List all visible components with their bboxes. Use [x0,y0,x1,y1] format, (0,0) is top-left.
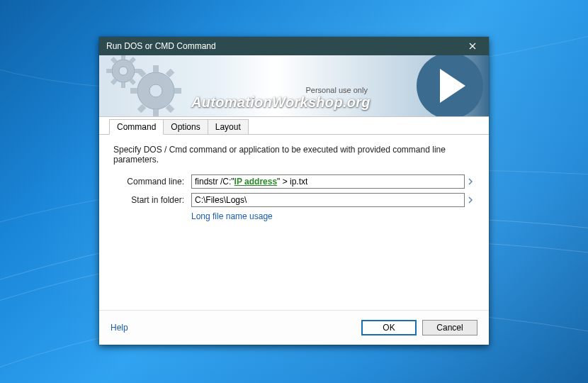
long-file-name-link[interactable]: Long file name usage [191,211,273,221]
svg-point-11 [119,67,128,75]
ok-button[interactable]: OK [361,320,417,335]
chevron-right-icon [468,196,473,204]
titlebar: Run DOS or CMD Command [99,37,489,55]
svg-rect-15 [130,88,137,94]
cancel-button[interactable]: Cancel [422,320,477,335]
branding: Personal use only AutomationWorkshop.org [191,86,371,111]
close-button[interactable] [459,39,486,53]
svg-rect-5 [106,69,112,73]
tab-options[interactable]: Options [163,119,208,134]
start-folder-label: Start in folder: [113,195,184,205]
brand-title: AutomationWorkshop.org [191,94,371,111]
start-folder-input[interactable]: C:\Files\Logs\ [191,193,465,207]
banner: Personal use only AutomationWorkshop.org [99,55,489,117]
svg-rect-4 [121,82,125,88]
tab-description: Specify DOS / Cmd command or application… [113,145,475,165]
start-folder-more-button[interactable] [465,196,475,204]
svg-rect-16 [174,88,181,94]
svg-rect-13 [153,65,159,72]
close-icon [469,43,476,50]
command-variable-token[interactable]: IP address [234,177,277,187]
chevron-right-icon [468,178,473,185]
tab-content-command: Specify DOS / Cmd command or application… [99,135,489,310]
play-icon [417,55,483,117]
command-line-input[interactable]: findstr /C:"IP address" > ip.txt [191,174,465,189]
help-link[interactable]: Help [111,323,128,333]
svg-point-21 [149,84,162,97]
command-line-more-button[interactable] [465,178,475,185]
tab-layout[interactable]: Layout [208,119,249,134]
svg-rect-14 [153,109,159,116]
command-line-label: Command line: [113,177,184,187]
brand-tagline: Personal use only [191,86,371,94]
dialog-footer: Help OK Cancel [99,310,489,345]
window-title: Run DOS or CMD Command [106,41,216,51]
svg-rect-3 [121,55,125,60]
tab-command[interactable]: Command [109,119,164,135]
tab-strip: Command Options Layout [99,117,489,135]
dialog-window: Run DOS or CMD Command [99,37,489,345]
